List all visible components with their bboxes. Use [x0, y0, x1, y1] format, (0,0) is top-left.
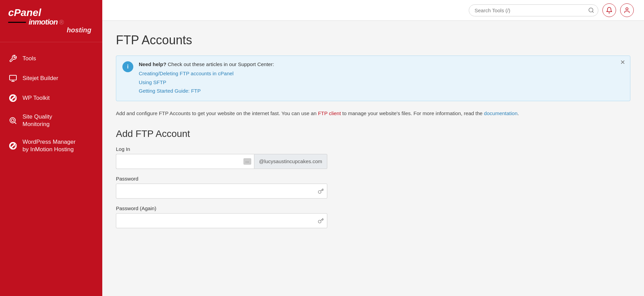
- search-button[interactable]: [588, 7, 594, 13]
- svg-rect-0: [10, 75, 16, 80]
- dots-icon: ···: [245, 159, 249, 164]
- search-input[interactable]: [469, 4, 598, 16]
- password-again-input[interactable]: [116, 213, 327, 228]
- info-icon: i: [122, 61, 133, 72]
- login-dots-button[interactable]: ···: [243, 158, 251, 165]
- wordpress2-icon: [8, 141, 18, 151]
- sidebar-item-tools[interactable]: Tools: [0, 49, 102, 68]
- banner-help-text: Need help? Check out these articles in o…: [139, 61, 624, 67]
- description-period: .: [518, 110, 519, 116]
- notifications-button[interactable]: [602, 3, 616, 17]
- banner-link-1[interactable]: Creating/Deleting FTP accounts in cPanel: [139, 69, 624, 78]
- svg-point-10: [626, 8, 628, 10]
- password-generator-button[interactable]: [318, 188, 324, 194]
- login-input[interactable]: [116, 154, 254, 169]
- description-main: Add and configure FTP Accounts to get yo…: [116, 110, 484, 116]
- password-wrapper: [116, 184, 327, 199]
- content-area: FTP Accounts i Need help? Check out thes…: [102, 21, 644, 296]
- sidebar-item-wp-manager[interactable]: WordPress Managerby InMotion Hosting: [0, 134, 102, 158]
- need-help-label: Need help?: [139, 61, 166, 67]
- banner-link-3[interactable]: Getting Started Guide: FTP: [139, 87, 624, 95]
- inmotion-text: inmotion ®: [8, 18, 94, 26]
- page-title: FTP Accounts: [116, 33, 630, 47]
- wp-toolkit-label: WP Toolkit: [23, 94, 50, 102]
- login-group: Log In ··· @lucysaustincupcakes.com: [116, 146, 630, 169]
- svg-line-5: [15, 122, 16, 124]
- password-again-group: Password (Again): [116, 205, 630, 228]
- password-again-label: Password (Again): [116, 205, 630, 211]
- wordpress-icon: [8, 93, 18, 103]
- cpanel-text: cPanel: [8, 7, 94, 18]
- key-icon-2: [318, 218, 324, 224]
- nav-menu: Tools Sitejet Builder WP Toolkit Site Qu…: [0, 42, 102, 165]
- site-quality-label: Site QualityMonitoring: [23, 113, 52, 128]
- main-content: FTP Accounts i Need help? Check out thes…: [102, 0, 644, 296]
- description-text: Add and configure FTP Accounts to get yo…: [116, 109, 630, 118]
- sitejet-label: Sitejet Builder: [23, 75, 58, 82]
- key-icon: [318, 188, 324, 194]
- documentation-link[interactable]: documentation: [484, 110, 518, 116]
- sidebar-item-site-quality[interactable]: Site QualityMonitoring: [0, 108, 102, 133]
- password-input[interactable]: [116, 184, 327, 199]
- search-icon: [588, 7, 594, 13]
- banner-content: Need help? Check out these articles in o…: [139, 61, 624, 95]
- sidebar-item-sitejet[interactable]: Sitejet Builder: [0, 69, 102, 88]
- password-group: Password: [116, 176, 630, 199]
- login-field-row: ··· @lucysaustincupcakes.com: [116, 154, 327, 169]
- add-ftp-title: Add FTP Account: [116, 128, 630, 139]
- user-icon: [624, 7, 630, 14]
- logo: cPanel inmotion ® hosting: [8, 7, 94, 34]
- domain-suffix: @lucysaustincupcakes.com: [254, 154, 327, 169]
- wp-manager-label: WordPress Managerby InMotion Hosting: [23, 138, 76, 153]
- banner-intro: Check out these articles in our Support …: [168, 61, 274, 67]
- bell-icon: [606, 7, 613, 14]
- svg-point-6: [11, 119, 14, 122]
- banner-close-button[interactable]: ✕: [620, 59, 625, 65]
- banner-link-2[interactable]: Using SFTP: [139, 78, 624, 87]
- password-again-generator-button[interactable]: [318, 218, 324, 224]
- header: [102, 0, 644, 21]
- account-button[interactable]: [620, 3, 634, 17]
- search-wrapper: [469, 4, 598, 16]
- hosting-text: hosting: [8, 26, 94, 34]
- login-input-wrapper: ···: [116, 154, 254, 169]
- password-again-wrapper: [116, 213, 327, 228]
- info-banner: i Need help? Check out these articles in…: [116, 56, 630, 101]
- monitor-icon: [8, 74, 18, 83]
- password-label: Password: [116, 176, 630, 182]
- sidebar-item-wp-toolkit[interactable]: WP Toolkit: [0, 89, 102, 108]
- search-circle-icon: [8, 116, 18, 125]
- sidebar: cPanel inmotion ® hosting Tools Sitejet …: [0, 0, 102, 296]
- svg-line-9: [592, 11, 593, 12]
- wrench-icon: [8, 54, 18, 63]
- login-label: Log In: [116, 146, 630, 152]
- tools-label: Tools: [23, 55, 36, 62]
- logo-area: cPanel inmotion ® hosting: [0, 0, 102, 42]
